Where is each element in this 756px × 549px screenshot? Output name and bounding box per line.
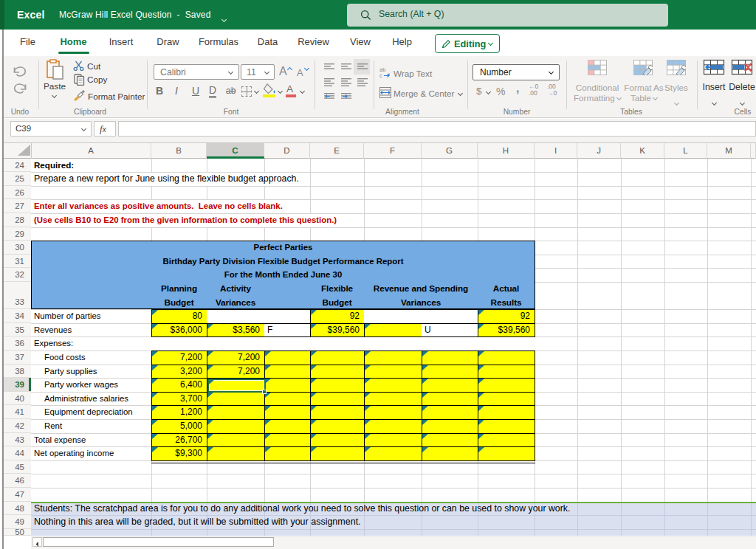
svg-text:c: c bbox=[379, 72, 382, 78]
